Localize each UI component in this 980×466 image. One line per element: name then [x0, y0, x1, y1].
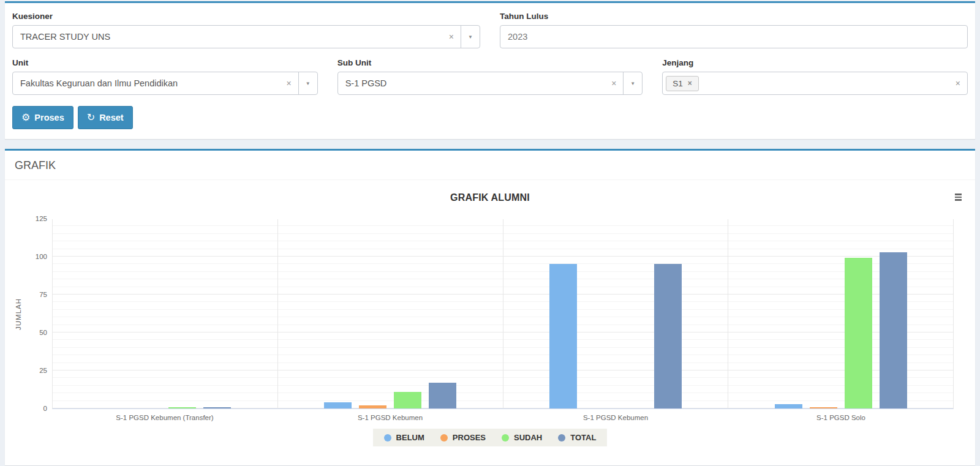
- unit-caret-icon[interactable]: ▼: [298, 72, 317, 94]
- reset-button[interactable]: ↻ Reset: [78, 106, 133, 129]
- bar-total-3: [880, 252, 907, 408]
- category-band: [277, 219, 503, 408]
- bar-total-0: [203, 407, 231, 408]
- unit-select[interactable]: Fakultas Keguruan dan Ilmu Pendidikan × …: [12, 72, 318, 95]
- plot-area: JUMLAH 0255075100125: [52, 219, 954, 409]
- jenjang-tag: S1 ×: [666, 76, 699, 91]
- bar-belum-1: [324, 402, 352, 408]
- kuesioner-selected-value: TRACER STUDY UNS: [13, 32, 442, 42]
- y-tick-label: 75: [39, 291, 47, 298]
- unit-selected-value: Fakultas Keguruan dan Ilmu Pendidikan: [13, 78, 279, 88]
- legend-label: SUDAH: [514, 433, 542, 442]
- bar-total-1: [429, 383, 456, 408]
- bar-total-2: [654, 264, 682, 408]
- y-tick-label: 0: [43, 405, 47, 412]
- legend-box: BELUMPROSESSUDAHTOTAL: [373, 429, 608, 446]
- sub-unit-caret-icon[interactable]: ▼: [623, 72, 642, 94]
- kuesioner-clear-icon[interactable]: ×: [442, 32, 461, 42]
- bar-sudah-0: [168, 407, 196, 408]
- kuesioner-select[interactable]: TRACER STUDY UNS × ▼: [12, 25, 480, 48]
- y-tick-label: 50: [39, 329, 47, 336]
- filter-panel: Kuesioner TRACER STUDY UNS × ▼ Tahun Lul…: [5, 1, 975, 139]
- x-axis-label: S-1 PGSD Kebumen: [277, 414, 503, 421]
- x-axis-labels: S-1 PGSD Kebumen (Transfer)S-1 PGSD Kebu…: [52, 414, 954, 421]
- legend-marker-total: [558, 434, 565, 442]
- reset-button-label: Reset: [99, 113, 124, 122]
- chart-legend: BELUMPROSESSUDAHTOTAL: [5, 429, 975, 446]
- reset-icon: ↻: [87, 113, 95, 122]
- category-band: [53, 219, 277, 408]
- gear-icon: ⚙: [21, 113, 30, 122]
- y-tick-label: 25: [39, 367, 47, 374]
- sub-unit-selected-value: S-1 PGSD: [338, 78, 605, 88]
- category-band: [728, 219, 953, 408]
- graph-panel-title: GRAFIK: [5, 151, 975, 180]
- unit-label: Unit: [12, 58, 318, 67]
- chart-title: GRAFIK ALUMNI: [5, 192, 975, 203]
- bar-proses-1: [359, 405, 386, 408]
- legend-label: PROSES: [453, 433, 486, 442]
- legend-label: BELUM: [396, 433, 424, 442]
- x-axis-label: S-1 PGSD Kebumen (Transfer): [52, 414, 277, 421]
- kuesioner-label: Kuesioner: [12, 12, 480, 21]
- y-tick-label: 125: [36, 215, 47, 222]
- tahun-lulus-input[interactable]: [500, 25, 968, 48]
- bar-belum-3: [775, 404, 802, 408]
- unit-field-group: Unit Fakultas Keguruan dan Ilmu Pendidik…: [12, 52, 318, 95]
- jenjang-multiselect[interactable]: S1 × ×: [662, 72, 968, 95]
- y-tick-label: 100: [36, 253, 47, 260]
- bar-belum-2: [549, 264, 577, 408]
- kuesioner-field-group: Kuesioner TRACER STUDY UNS × ▼: [12, 6, 480, 48]
- jenjang-tag-label: S1: [673, 79, 683, 88]
- proses-button-label: Proses: [34, 113, 64, 122]
- x-axis-label: S-1 PGSD Solo: [728, 414, 954, 421]
- unit-clear-icon[interactable]: ×: [279, 78, 298, 88]
- bar-sudah-3: [845, 258, 872, 408]
- proses-button[interactable]: ⚙ Proses: [12, 106, 74, 129]
- legend-item-sudah[interactable]: SUDAH: [502, 433, 542, 442]
- jenjang-tag-remove-icon[interactable]: ×: [688, 79, 692, 88]
- jenjang-field-group: Jenjang S1 × ×: [662, 52, 968, 95]
- legend-label: TOTAL: [570, 433, 596, 442]
- bar-sudah-1: [394, 392, 421, 408]
- legend-marker-belum: [384, 434, 391, 442]
- y-axis-title: JUMLAH: [15, 298, 22, 329]
- sub-unit-select[interactable]: S-1 PGSD × ▼: [337, 72, 643, 95]
- bar-proses-3: [810, 407, 837, 408]
- sub-unit-field-group: Sub Unit S-1 PGSD × ▼: [337, 52, 643, 95]
- legend-marker-sudah: [502, 434, 509, 442]
- legend-item-total[interactable]: TOTAL: [558, 433, 596, 442]
- x-axis-label: S-1 PGSD Kebumen: [503, 414, 728, 421]
- legend-marker-proses: [440, 434, 448, 442]
- graph-panel: GRAFIK GRAFIK ALUMNI JUMLAH 025507510012…: [5, 149, 975, 465]
- tahun-lulus-field-group: Tahun Lulus: [500, 6, 968, 48]
- alumni-chart: GRAFIK ALUMNI JUMLAH 0255075100125 S-1 P…: [5, 180, 975, 462]
- legend-item-belum[interactable]: BELUM: [384, 433, 424, 442]
- kuesioner-caret-icon[interactable]: ▼: [461, 26, 480, 48]
- jenjang-label: Jenjang: [662, 58, 968, 67]
- sub-unit-clear-icon[interactable]: ×: [605, 78, 623, 88]
- category-band: [503, 219, 728, 408]
- legend-item-proses[interactable]: PROSES: [440, 433, 486, 442]
- sub-unit-label: Sub Unit: [337, 58, 643, 67]
- jenjang-clear-icon[interactable]: ×: [949, 78, 967, 88]
- tahun-lulus-label: Tahun Lulus: [500, 12, 968, 21]
- chart-menu-icon[interactable]: [955, 194, 962, 202]
